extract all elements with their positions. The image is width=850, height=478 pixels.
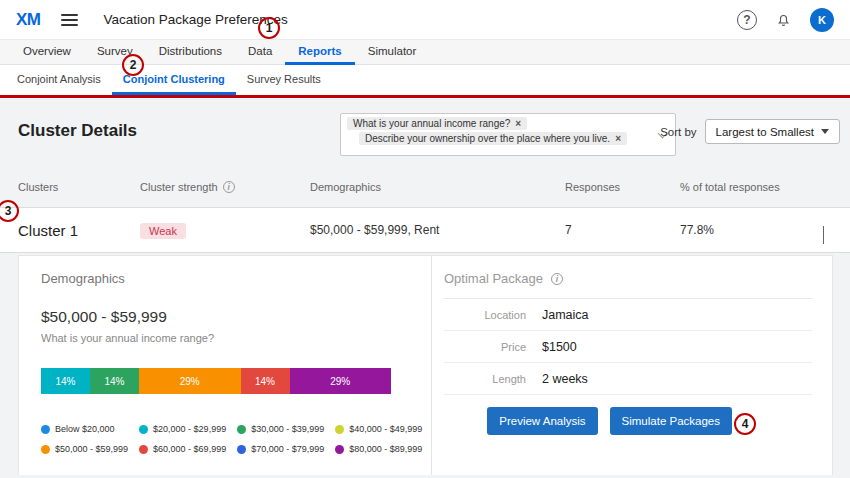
legend-item: $60,000 - $69,999 <box>139 444 226 454</box>
attribute-row-length: Length 2 weeks <box>444 363 812 395</box>
legend-dot <box>335 445 344 454</box>
cluster-name: Cluster 1 <box>18 222 140 239</box>
subtab-survey-results[interactable]: Survey Results <box>236 65 332 95</box>
col-responses: Responses <box>565 181 680 193</box>
demographics-headline: $50,000 - $59,999 <box>41 308 431 326</box>
attribute-row-location: Location Jamaica <box>444 299 812 331</box>
page-title: Cluster Details <box>18 121 137 141</box>
filter-chip[interactable]: Describe your ownership over the place w… <box>359 132 627 145</box>
tab-distributions[interactable]: Distributions <box>146 40 235 65</box>
subtab-conjoint-analysis[interactable]: Conjoint Analysis <box>6 65 112 95</box>
legend-dot <box>237 445 246 454</box>
optimal-package-title: Optimal Package <box>444 271 543 286</box>
cluster-percent: 77.8% <box>680 223 850 237</box>
col-cluster-strength: Cluster strength i <box>140 181 310 193</box>
filter-chip-label: Describe your ownership over the place w… <box>365 133 610 144</box>
tab-overview[interactable]: Overview <box>10 40 84 65</box>
filter-chip[interactable]: What is your annual income range? × <box>347 117 527 130</box>
cluster-responses: 7 <box>565 223 680 237</box>
annotation-circle-1: 1 <box>258 17 280 39</box>
filter-chip-label: What is your annual income range? <box>353 118 510 129</box>
income-legend: Below $20,000$20,000 - $29,999$30,000 - … <box>41 424 431 454</box>
attribute-value: 2 weeks <box>542 372 588 386</box>
action-buttons: Preview Analysis Simulate Packages <box>444 407 812 435</box>
attribute-row-price: Price $1500 <box>444 331 812 363</box>
chip-remove-icon[interactable]: × <box>515 118 521 129</box>
legend-label: $80,000 - $89,999 <box>349 444 422 454</box>
legend-label: $40,000 - $49,999 <box>349 424 422 434</box>
bar-segment: 29% <box>290 368 392 394</box>
help-icon[interactable]: ? <box>737 10 757 30</box>
legend-item: Below $20,000 <box>41 424 128 434</box>
tab-reports[interactable]: Reports <box>285 40 354 65</box>
cluster-row[interactable]: Cluster 1 Weak $50,000 - $59,999, Rent 7… <box>0 207 850 253</box>
legend-dot <box>41 445 50 454</box>
tab-simulator[interactable]: Simulator <box>355 40 430 65</box>
bar-segment: 29% <box>139 368 241 394</box>
legend-item: $80,000 - $89,999 <box>335 444 422 454</box>
attribute-value: $1500 <box>542 340 577 354</box>
optimal-package-section: Optimal Package i Location Jamaica Price… <box>431 256 832 475</box>
demographics-question: What is your annual income range? <box>41 332 431 344</box>
bar-segment: 14% <box>90 368 139 394</box>
attribute-value: Jamaica <box>542 308 589 322</box>
attribute-label: Location <box>444 309 526 321</box>
toolbar: Cluster Details What is your annual inco… <box>0 95 850 157</box>
menu-icon[interactable] <box>61 14 78 26</box>
demographics-title: Demographics <box>41 271 431 286</box>
sort-value: Largest to Smallest <box>716 126 814 138</box>
table-header: Clusters Cluster strength i Demographics… <box>0 177 850 197</box>
demographics-section: Demographics $50,000 - $59,999 What is y… <box>19 256 431 475</box>
info-icon[interactable]: i <box>223 181 235 193</box>
top-bar: XM Vacation Package Preferences ? K <box>0 0 850 40</box>
cluster-detail-panel: Demographics $50,000 - $59,999 What is y… <box>18 255 833 475</box>
legend-item: $70,000 - $79,999 <box>237 444 324 454</box>
legend-item: $30,000 - $39,999 <box>237 424 324 434</box>
annotation-circle-4: 4 <box>734 413 756 435</box>
tab-data[interactable]: Data <box>235 40 285 65</box>
sort-dropdown[interactable]: Largest to Smallest <box>705 119 840 144</box>
info-icon[interactable]: i <box>551 273 563 285</box>
col-clusters: Clusters <box>18 181 140 193</box>
app-window: XM Vacation Package Preferences ? K Over… <box>0 0 850 478</box>
legend-item: $20,000 - $29,999 <box>139 424 226 434</box>
avatar[interactable]: K <box>810 8 834 32</box>
legend-dot <box>139 445 148 454</box>
caret-down-icon <box>821 129 829 134</box>
col-demographics: Demographics <box>310 181 565 193</box>
legend-label: $70,000 - $79,999 <box>251 444 324 454</box>
attribute-label: Length <box>444 373 526 385</box>
sort-label: Sort by <box>660 126 696 138</box>
legend-label: $60,000 - $69,999 <box>153 444 226 454</box>
preview-analysis-button[interactable]: Preview Analysis <box>487 407 597 435</box>
annotation-circle-2: 2 <box>122 54 144 76</box>
sort-control: Sort by Largest to Smallest <box>660 119 840 144</box>
collapse-chevron-icon[interactable] <box>823 226 824 244</box>
bar-segment: 14% <box>41 368 90 394</box>
bar-segment: 14% <box>241 368 290 394</box>
filter-chips: What is your annual income range? × Desc… <box>341 114 649 155</box>
chip-remove-icon[interactable]: × <box>615 133 621 144</box>
col-percent: % of total responses <box>680 181 850 193</box>
legend-label: $30,000 - $39,999 <box>251 424 324 434</box>
legend-dot <box>335 425 344 434</box>
attribute-label: Price <box>444 341 526 353</box>
simulate-packages-button[interactable]: Simulate Packages <box>610 407 732 435</box>
notifications-icon[interactable] <box>775 11 792 28</box>
legend-label: Below $20,000 <box>55 424 115 434</box>
question-filter-select[interactable]: What is your annual income range? × Desc… <box>340 113 676 156</box>
legend-dot <box>237 425 246 434</box>
strength-badge: Weak <box>140 223 186 239</box>
annotation-line <box>0 95 850 98</box>
legend-item: $50,000 - $59,999 <box>41 444 128 454</box>
legend-dot <box>41 425 50 434</box>
legend-dot <box>139 425 148 434</box>
xm-logo: XM <box>16 10 41 30</box>
legend-item: $40,000 - $49,999 <box>335 424 422 434</box>
legend-label: $50,000 - $59,999 <box>55 444 128 454</box>
legend-label: $20,000 - $29,999 <box>153 424 226 434</box>
cluster-demographics: $50,000 - $59,999, Rent <box>310 223 565 237</box>
income-stacked-bar: 14%14%29%14%29% <box>41 368 391 394</box>
